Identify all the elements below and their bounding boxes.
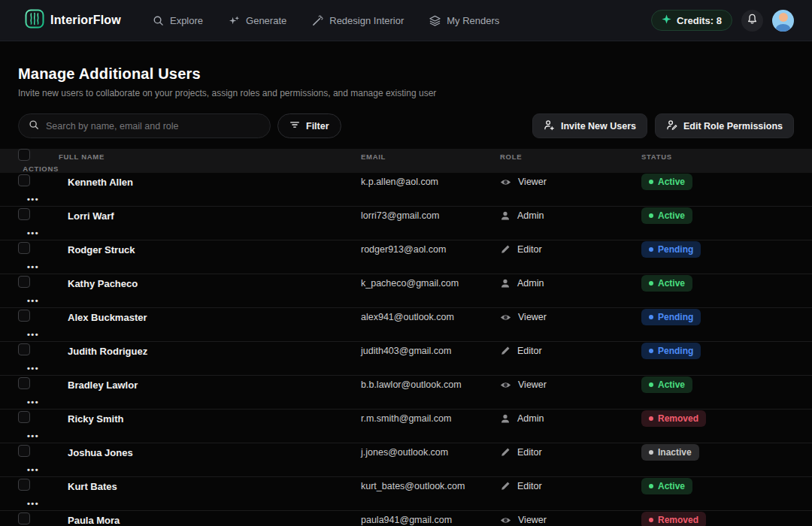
select-all-checkbox[interactable] [18,149,30,161]
role-label: Viewer [518,312,547,322]
person-pencil-icon [666,119,677,133]
eye-icon [500,515,511,526]
eye-icon [500,312,511,323]
row-actions-button[interactable]: ••• [27,431,39,440]
table-row: Ricky Smith r.m.smith@gmail.com Admin Re… [0,410,812,443]
row-checkbox[interactable] [18,242,30,254]
nav-item-explore[interactable]: Explore [153,15,203,26]
status-badge: Active [641,478,692,494]
row-actions-button[interactable]: ••• [27,499,39,508]
search-input[interactable] [46,121,260,132]
table-row: Joshua Jones j.jones@outlook.com Editor … [0,443,812,477]
role-label: Viewer [518,379,547,390]
interiorflow-logo-icon [25,9,44,32]
filter-label: Filter [306,121,329,132]
filter-icon [289,119,300,132]
nav-item-label: Generate [246,15,286,26]
users-table: FULL NAME EMAIL ROLE STATUS ACTIONS Kenn… [0,149,812,526]
eye-icon [500,177,511,188]
status-label: Removed [658,413,698,424]
row-actions-button[interactable]: ••• [27,465,39,474]
user-avatar[interactable] [772,10,794,32]
user-role: Editor [500,481,641,491]
search-icon [153,15,164,26]
role-label: Editor [517,346,542,356]
status-badge: Active [641,376,692,393]
user-role: Viewer [500,312,641,323]
user-role: Editor [500,346,641,356]
table-row: Kurt Bates kurt_bates@outlook.com Editor… [0,477,812,511]
user-email: alex941@outlook.com [361,312,500,322]
user-name: Alex Buckmaster [68,312,361,323]
nav-item-redesign-interior[interactable]: Redesign Interior [312,15,404,26]
credits-label: Credits: 8 [677,15,722,26]
bell-icon [747,14,758,28]
row-checkbox[interactable] [18,208,30,220]
row-actions-button[interactable]: ••• [27,195,39,204]
status-badge: Pending [641,309,701,325]
user-role: Viewer [500,177,641,188]
user-role: Editor [500,447,641,458]
pencil-icon [500,447,511,458]
brand[interactable]: InteriorFlow [25,9,121,32]
invite-new-users-button[interactable]: Invite New Users [532,113,647,138]
user-name: Rodger Struck [68,244,361,255]
role-label: Admin [517,413,544,424]
user-name: Bradley Lawlor [68,379,361,391]
status-label: Inactive [658,447,692,458]
nav-item-my-renders[interactable]: My Renders [429,15,499,26]
edit-role-permissions-button[interactable]: Edit Role Permissions [655,113,794,138]
row-actions-button[interactable]: ••• [27,364,39,373]
invite-label: Invite New Users [561,121,636,132]
row-checkbox[interactable] [18,512,30,524]
status-label: Active [658,177,685,187]
row-actions-button[interactable]: ••• [27,262,39,271]
credits-badge[interactable]: Credits: 8 [651,10,732,31]
row-checkbox[interactable] [18,479,30,491]
nav-item-generate[interactable]: Generate [229,15,286,26]
row-checkbox[interactable] [18,276,30,288]
nav-item-label: Explore [170,15,203,26]
status-dot-icon [649,213,653,218]
user-name: Judith Rodriguez [68,346,361,357]
row-checkbox[interactable] [18,411,30,423]
eye-icon [500,379,511,391]
status-dot-icon [649,247,653,252]
avatar-figure [778,13,787,22]
page-subtitle: Invite new users to collaborate on your … [18,88,794,98]
table-row: Alex Buckmaster alex941@outlook.com View… [0,308,812,342]
status-dot-icon [649,518,653,522]
nav-item-label: Redesign Interior [329,15,404,26]
sparkles-icon [229,15,240,26]
pencil-icon [500,244,511,255]
user-email: k_pacheco@gmail.com [361,278,500,289]
row-checkbox[interactable] [18,445,30,457]
row-checkbox[interactable] [18,343,30,355]
filter-button[interactable]: Filter [277,113,341,138]
user-email: j.jones@outlook.com [361,447,500,458]
row-actions-button[interactable]: ••• [27,296,39,305]
status-label: Pending [658,244,693,255]
status-dot-icon [649,416,653,421]
nav-item-label: My Renders [447,15,499,26]
role-label: Viewer [518,515,547,525]
edit-roles-label: Edit Role Permissions [683,121,783,132]
row-checkbox[interactable] [18,174,30,186]
table-row: Kathy Pacheco k_pacheco@gmail.com Admin … [0,274,812,308]
table-row: Bradley Lawlor b.b.lawlor@outlook.com Vi… [0,376,812,410]
row-actions-button[interactable]: ••• [27,398,39,407]
role-label: Admin [517,278,544,289]
user-role: Admin [500,278,641,289]
row-checkbox[interactable] [18,310,30,322]
status-badge: Active [641,174,692,190]
nav-right: Credits: 8 [651,10,794,32]
notifications-button[interactable] [741,10,763,32]
status-dot-icon [649,450,653,455]
row-checkbox[interactable] [18,377,30,389]
row-actions-button[interactable]: ••• [27,330,39,339]
user-name: Kurt Bates [68,481,361,492]
user-name: Kathy Pacheco [68,278,361,289]
sparkle-icon [662,14,671,26]
person-icon [500,210,511,221]
row-actions-button[interactable]: ••• [27,228,39,237]
